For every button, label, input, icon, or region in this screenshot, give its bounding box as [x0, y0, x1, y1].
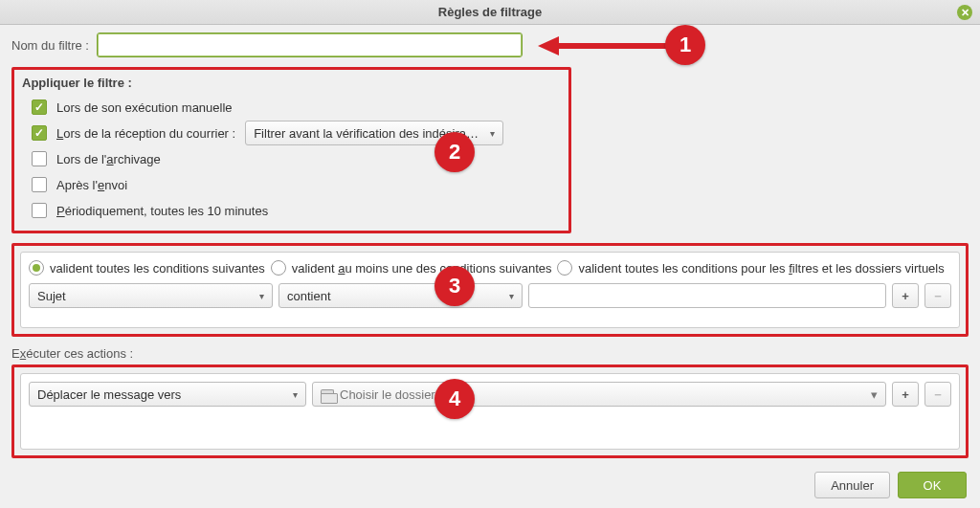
action-row: Déplacer le message vers ▾ Choisir le do…: [29, 382, 951, 407]
after-send-checkbox[interactable]: [32, 177, 47, 192]
chevron-down-icon: ▾: [259, 291, 264, 301]
on-receive-label: Lors de la réception du courrier :: [56, 126, 235, 141]
condition-value-input[interactable]: [528, 283, 886, 308]
radio-virtual-label: valident toutes les conditions pour les …: [578, 261, 944, 276]
radio-any-label: valident au moins une des conditions sui…: [292, 261, 552, 276]
radio-all[interactable]: [29, 260, 44, 276]
manual-checkbox[interactable]: [32, 99, 47, 115]
callout-3-num: 3: [449, 274, 460, 298]
window-title: Règles de filtrage: [438, 5, 542, 19]
remove-condition-button[interactable]: −: [924, 283, 951, 308]
radio-virtual[interactable]: [557, 260, 572, 276]
condition-match-radios: valident toutes les conditions suivantes…: [29, 260, 951, 276]
after-send-label: Après l'envoi: [56, 178, 127, 192]
actions-title: Exécuter ces actions :: [11, 346, 969, 361]
chevron-down-icon: ▾: [871, 387, 878, 402]
dialog-footer: Annuler OK: [814, 472, 967, 498]
chevron-down-icon: ▾: [490, 128, 495, 139]
folder-target-text: Choisir le dossier…: [340, 387, 865, 402]
manual-label: Lors de son exécution manuelle: [56, 100, 233, 115]
add-condition-button[interactable]: +: [892, 283, 919, 308]
folder-icon: [321, 389, 334, 400]
condition-field-dropdown[interactable]: Sujet ▾: [29, 283, 273, 308]
arrow-icon: [538, 36, 672, 59]
chevron-down-icon: ▾: [293, 389, 298, 400]
condition-field-text: Sujet: [37, 289, 66, 303]
remove-action-button[interactable]: −: [924, 382, 951, 407]
conditions-group: valident toutes les conditions suivantes…: [11, 243, 969, 337]
ok-label: OK: [924, 478, 942, 493]
close-icon[interactable]: ✕: [957, 5, 972, 20]
periodic-label: Périodiquement, toutes les 10 minutes: [56, 204, 268, 218]
callout-3: 3: [434, 266, 475, 306]
periodic-checkbox[interactable]: [32, 203, 47, 218]
filter-name-input[interactable]: [97, 33, 523, 57]
add-action-button[interactable]: +: [892, 382, 919, 407]
callout-1: 1: [665, 25, 705, 65]
callout-2-num: 2: [449, 140, 460, 165]
cancel-label: Annuler: [831, 478, 874, 493]
on-receive-checkbox[interactable]: [32, 125, 47, 141]
condition-op-text: contient: [287, 289, 331, 303]
svg-marker-1: [538, 36, 559, 55]
ok-button[interactable]: OK: [898, 472, 967, 498]
condition-op-dropdown[interactable]: contient ▾: [278, 283, 523, 308]
cancel-button[interactable]: Annuler: [814, 472, 890, 498]
actions-panel: Déplacer le message vers ▾ Choisir le do…: [20, 373, 960, 450]
callout-1-num: 1: [679, 33, 691, 57]
callout-4-num: 4: [449, 387, 460, 411]
callout-4: 4: [434, 379, 475, 419]
callout-2: 2: [434, 132, 475, 172]
apply-filter-title: Appliquer le filtre :: [22, 76, 561, 90]
title-bar: Règles de filtrage ✕: [0, 0, 980, 25]
radio-all-label: valident toutes les conditions suivantes: [50, 261, 265, 276]
chevron-down-icon: ▾: [509, 291, 514, 301]
conditions-panel: valident toutes les conditions suivantes…: [20, 252, 960, 328]
filter-name-label: Nom du filtre :: [11, 38, 89, 53]
archiving-checkbox[interactable]: [32, 151, 47, 166]
radio-any[interactable]: [271, 260, 286, 276]
action-dropdown[interactable]: Déplacer le message vers ▾: [29, 382, 306, 407]
apply-filter-group: Appliquer le filtre : Lors de son exécut…: [11, 67, 571, 233]
action-dropdown-text: Déplacer le message vers: [37, 387, 181, 402]
archiving-label: Lors de l'archivage: [56, 152, 161, 166]
condition-row: Sujet ▾ contient ▾ + −: [29, 283, 951, 308]
folder-target-dropdown[interactable]: Choisir le dossier… ▾: [312, 382, 886, 407]
actions-group: Déplacer le message vers ▾ Choisir le do…: [11, 364, 969, 458]
